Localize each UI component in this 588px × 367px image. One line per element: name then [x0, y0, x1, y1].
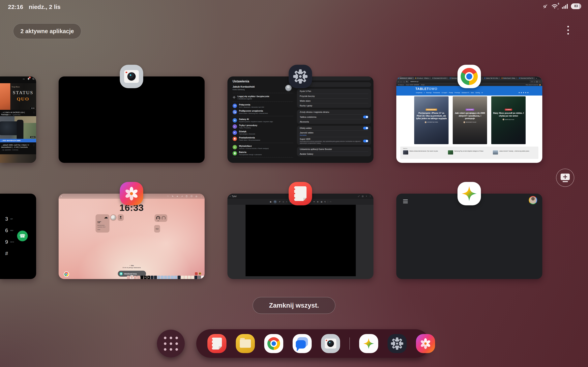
nav-link: Co kupić? — [442, 92, 447, 93]
recent-card-settings[interactable]: Ustawienia Jakub Kordasiński Konto Samsu… — [227, 76, 373, 163]
close-all-button[interactable]: Zamknij wszyst. — [253, 297, 335, 314]
video-meta: …tys. wyświetleń · 7 godzin temu — [1, 114, 32, 115]
settings-row-label: Zrzuty ekranu i nagrania ekranu — [300, 111, 329, 113]
recent-card-chrome[interactable]: Tabletowo.pl - najleps…× ePoczta.pl :: W… — [396, 76, 542, 163]
pen-tool-selected: ✎ — [274, 200, 277, 203]
tool-icon: ¶ — [325, 201, 326, 203]
gallery-app-icon[interactable] — [120, 182, 143, 205]
mini-article: Latasz dronem? Uważaj – zmienia się pols… — [493, 150, 533, 155]
browser-tab: Recenzja OnePlus Pad…× — [518, 77, 535, 79]
thumbnail-title-line2: QUO — [11, 96, 35, 102]
wifi-activity-arrows: ↓↑ — [557, 8, 558, 10]
settings-title: Ustawienia — [233, 80, 249, 83]
share-icon: ↗ — [181, 195, 183, 197]
modes-icon: ◐ — [233, 124, 237, 129]
dialpad-key: 3 — [5, 216, 8, 222]
signal-icon — [562, 4, 568, 9]
camera-app-icon[interactable] — [120, 65, 143, 88]
chrome-app-icon[interactable] — [457, 65, 481, 88]
settings-row-label: Rysik S Pen — [300, 90, 311, 92]
dock-icon-chrome[interactable] — [264, 334, 283, 353]
status-bar-right: 6 ↓↑ 83 — [543, 3, 581, 9]
recent-card-notes[interactable]: ‹ Tytuł ⤢ ◫ + ⋮ ▣ ✎ ✐ ◇ ○ ➤ ✎ ✦ ⊕ ▤ ¶ — [227, 194, 373, 279]
video-duration-badge: 30:39 — [30, 107, 35, 109]
mini-article: Ważna zmiana dla kierowców. Tym razem na… — [403, 150, 443, 155]
toggle-on[interactable] — [363, 127, 368, 129]
article-author: KATARZYNA PURA — [427, 122, 438, 123]
dock-icon-gallery[interactable] — [416, 334, 435, 353]
wifi-icon — [233, 104, 237, 108]
kebab-icon: ⋮ — [33, 144, 35, 146]
settings-left-pane: Ustawienia Jakub Kordasiński Konto Samsu… — [227, 76, 296, 163]
tool-icon: ▣ — [270, 201, 272, 203]
fullscreen-icon: ⤢ — [358, 195, 359, 197]
gemini-star-icon — [461, 185, 477, 202]
status-time: 22:16 — [8, 4, 23, 10]
more-heading: Ważne — [403, 148, 536, 149]
tool-icon: ⊕ — [317, 201, 319, 203]
recent-card-gemini[interactable]: Gemini — [396, 194, 542, 279]
url-text: tabletowo.pl — [410, 81, 418, 83]
bookmark-item: To Nowa pl — [398, 84, 404, 85]
nav-link: Porównania — [433, 92, 440, 93]
dock-icon-camera[interactable] — [321, 334, 340, 353]
back-icon: ← — [400, 81, 402, 83]
site-nav: Urządzenia ▾ Recenzje Porównania Co kupi… — [416, 92, 483, 93]
settings-row-label: Ruchy i gesty — [300, 104, 312, 107]
notes-app-icon[interactable] — [289, 182, 312, 205]
weather-temp: 11° — [97, 221, 101, 224]
sparkle-icon — [233, 96, 235, 99]
video-thumbnail-partial — [0, 154, 36, 163]
suggestion-subtitle: 2 dodatkowe sugestie — [238, 98, 269, 100]
avatar — [425, 121, 427, 123]
active-apps-button[interactable]: 2 aktywne aplikacje — [13, 24, 81, 39]
flower-icon — [420, 338, 431, 350]
browser-tab: Galaxy Tab S11 Ultra…× — [484, 77, 501, 79]
settings-item-sub: Quick Share • Samsung DeX • Android Auto — [239, 112, 268, 114]
wifi-icon: 6 ↓↑ — [551, 3, 559, 9]
settings-row-label: Efekty wideo — [300, 127, 312, 129]
channel-watermark: Twoja Rzecz — [11, 86, 20, 88]
settings-item-battery: Bateria Oszczędzanie energii • Ładowanie — [233, 150, 293, 156]
start-label: Start — [156, 228, 159, 230]
close-all-label: Zamknij wszyst. — [269, 302, 319, 309]
dock-icon-messages[interactable] — [293, 334, 312, 353]
dock-icon-gemini[interactable] — [359, 334, 378, 353]
dock-icon-settings[interactable] — [387, 334, 407, 353]
call-button: ☎ — [17, 231, 28, 241]
camera-record-dot — [126, 72, 127, 73]
account-avatar — [529, 196, 537, 204]
weather-widget: ☁ 11° Zachód słońca o godzinie 16:14 Ust… — [96, 214, 109, 233]
settings-item-modes: ◐ Tryby i procedury Tryby • Procedury — [233, 123, 293, 129]
status-date: niedz., 2 lis — [29, 4, 61, 10]
recent-card-camera[interactable] — [59, 76, 205, 163]
recent-card-youtube[interactable]: ▭ 3 Twoja Rzecz STATUS QUO 30:39 …o | OW… — [0, 76, 36, 163]
browser-tab: Media Expert | Sklep…× — [501, 77, 518, 79]
recent-card-gallery[interactable]: ‹ ♡ ✎ ✦ ↗ ⓘ ◷ ⋮ 16:33 ☁ 11° Zachód słońc… — [59, 194, 205, 279]
overflow-menu-button[interactable] — [566, 24, 571, 36]
toggle-on[interactable] — [363, 116, 368, 118]
avatar — [539, 84, 541, 86]
article-author: WOJCIECH KULIK — [466, 122, 476, 123]
nav-link: Porady — [449, 92, 453, 93]
dock-icon-files[interactable] — [236, 334, 255, 353]
settings-app-icon[interactable] — [289, 65, 312, 88]
devices-icon — [233, 110, 237, 114]
weather-location: Ustka — [97, 229, 100, 230]
gemini-app-icon[interactable] — [457, 182, 481, 205]
kebab-icon: ⋮ — [369, 195, 371, 197]
settings-item-sub: Tryb dźwięku • Dzwonek — [239, 133, 255, 135]
thumbnail-title-line1: STATUS — [11, 90, 35, 95]
new-window-button[interactable] — [556, 169, 574, 187]
cloud-icon: ☁ — [104, 215, 108, 219]
recent-card-phone[interactable]: 3 DEF 6 MNO 9 WXYZ # ☎ — [0, 194, 36, 279]
app-drawer-button[interactable] — [157, 330, 185, 358]
browser-tab: ePoczta.pl :: Witamy w…× — [414, 77, 431, 79]
dock-icon-notes[interactable] — [207, 334, 227, 353]
start-widget: Start — [154, 225, 160, 233]
toggle-on[interactable] — [363, 140, 368, 142]
weather-line: Zachód słońca — [97, 225, 104, 226]
article-badge: GAMING — [505, 109, 512, 111]
info-icon: ⓘ — [191, 195, 193, 198]
history-icon: ◷ — [195, 195, 197, 197]
